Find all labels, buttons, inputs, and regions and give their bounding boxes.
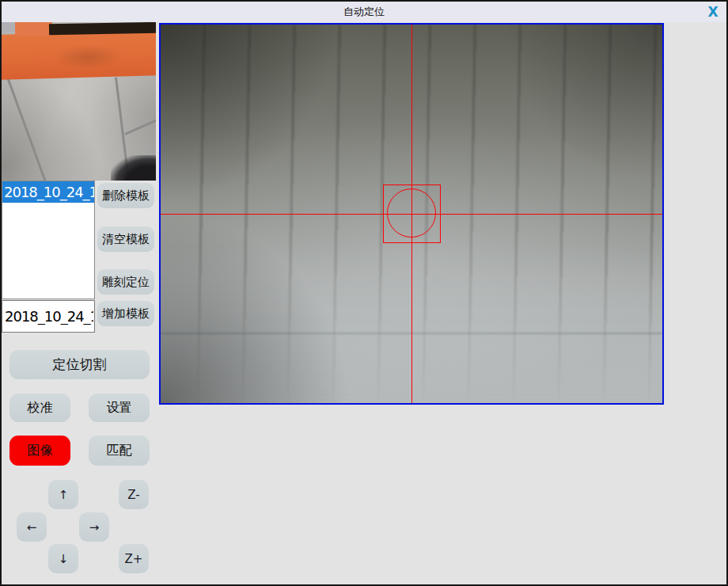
auto-position-dialog: 自动定位 X 2018_10_24_11 删除模板 清空模板 雕刻定位 增加模板… [0, 0, 728, 586]
camera-live-view[interactable] [159, 23, 664, 405]
target-circle-overlay [387, 188, 436, 238]
image-button[interactable]: 图像 [9, 436, 70, 466]
jog-z-minus-button[interactable]: Z- [119, 480, 149, 509]
template-preview-image [2, 22, 156, 181]
jog-up-button[interactable]: ↑ [48, 480, 78, 509]
preview-tile-grout-line [6, 77, 51, 181]
match-button[interactable]: 匹配 [89, 436, 150, 466]
close-icon[interactable]: X [704, 4, 722, 20]
engrave-position-button[interactable]: 雕刻定位 [97, 269, 154, 295]
template-list[interactable]: 2018_10_24_11 [2, 181, 95, 299]
preview-tile-grout-line [124, 116, 156, 135]
dialog-title: 自动定位 [343, 5, 385, 19]
template-list-item-selected[interactable]: 2018_10_24_11 [2, 181, 94, 203]
titlebar: 自动定位 X [2, 2, 726, 22]
jog-left-button[interactable]: ← [17, 512, 47, 542]
jog-z-plus-button[interactable]: Z+ [119, 544, 149, 573]
add-template-button[interactable]: 增加模板 [97, 301, 154, 326]
preview-gray-patch [2, 22, 15, 32]
delete-template-button[interactable]: 删除模板 [97, 183, 154, 208]
position-cut-button[interactable]: 定位切割 [9, 350, 150, 379]
jog-right-button[interactable]: → [79, 512, 109, 542]
preview-dark-object [111, 155, 156, 181]
jog-down-button[interactable]: ↓ [48, 544, 78, 573]
template-name-input[interactable] [2, 300, 95, 333]
clear-templates-button[interactable]: 清空模板 [97, 226, 154, 252]
preview-dark-strip [49, 22, 156, 35]
preview-orange-board [2, 30, 156, 80]
preview-orange-block [15, 22, 52, 36]
calibrate-button[interactable]: 校准 [9, 394, 70, 422]
settings-button[interactable]: 设置 [89, 394, 150, 422]
